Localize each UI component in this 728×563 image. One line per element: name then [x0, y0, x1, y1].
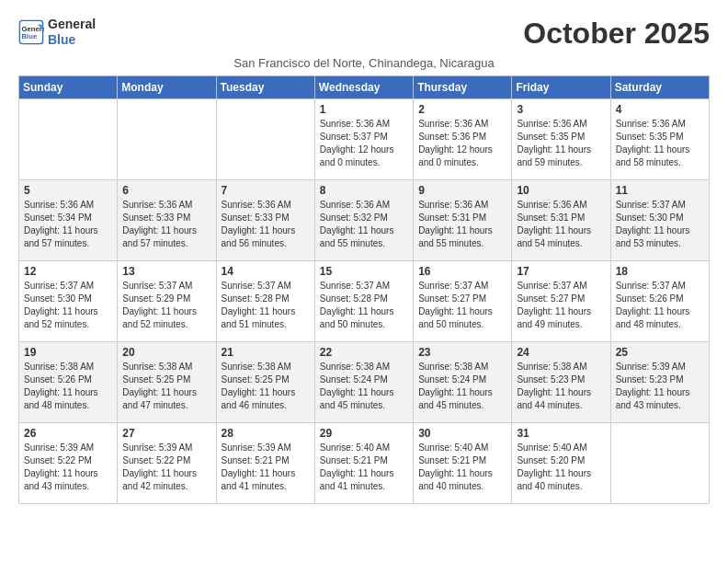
calendar-cell: 30Sunrise: 5:40 AMSunset: 5:21 PMDayligh… [414, 423, 512, 504]
calendar-cell: 28Sunrise: 5:39 AMSunset: 5:21 PMDayligh… [216, 423, 314, 504]
calendar-cell: 31Sunrise: 5:40 AMSunset: 5:20 PMDayligh… [512, 423, 610, 504]
day-number: 23 [418, 346, 506, 359]
day-number: 5 [24, 184, 112, 197]
day-number: 11 [616, 184, 704, 197]
calendar-week-4: 19Sunrise: 5:38 AMSunset: 5:26 PMDayligh… [19, 342, 710, 423]
calendar-cell: 2Sunrise: 5:36 AMSunset: 5:36 PMDaylight… [414, 99, 512, 180]
calendar-cell: 8Sunrise: 5:36 AMSunset: 5:32 PMDaylight… [314, 180, 413, 261]
calendar-cell: 23Sunrise: 5:38 AMSunset: 5:24 PMDayligh… [414, 342, 512, 423]
calendar-cell: 4Sunrise: 5:36 AMSunset: 5:35 PMDaylight… [610, 99, 709, 180]
logo-icon: General Blue [18, 19, 44, 45]
day-info: Sunrise: 5:37 AMSunset: 5:27 PMDaylight:… [517, 280, 605, 331]
calendar-cell: 9Sunrise: 5:36 AMSunset: 5:31 PMDaylight… [414, 180, 512, 261]
day-number: 14 [222, 265, 310, 278]
calendar-week-2: 5Sunrise: 5:36 AMSunset: 5:34 PMDaylight… [19, 180, 710, 261]
day-number: 15 [320, 265, 408, 278]
calendar-cell: 11Sunrise: 5:37 AMSunset: 5:30 PMDayligh… [610, 180, 709, 261]
day-info: Sunrise: 5:38 AMSunset: 5:23 PMDaylight:… [517, 361, 605, 412]
day-number: 31 [517, 427, 605, 440]
day-number: 2 [418, 103, 506, 116]
calendar-cell: 19Sunrise: 5:38 AMSunset: 5:26 PMDayligh… [19, 342, 118, 423]
day-number: 7 [222, 184, 310, 197]
day-number: 9 [418, 184, 506, 197]
day-info: Sunrise: 5:39 AMSunset: 5:21 PMDaylight:… [222, 442, 310, 493]
header-tuesday: Tuesday [216, 76, 314, 99]
day-number: 8 [320, 184, 408, 197]
calendar-cell [118, 99, 216, 180]
day-info: Sunrise: 5:40 AMSunset: 5:21 PMDaylight:… [320, 442, 408, 493]
day-number: 3 [517, 103, 605, 116]
day-number: 13 [122, 265, 210, 278]
calendar-cell: 16Sunrise: 5:37 AMSunset: 5:27 PMDayligh… [414, 261, 512, 342]
day-number: 1 [320, 103, 408, 116]
header-thursday: Thursday [414, 76, 512, 99]
day-info: Sunrise: 5:36 AMSunset: 5:33 PMDaylight:… [222, 199, 310, 250]
day-number: 10 [517, 184, 605, 197]
day-info: Sunrise: 5:37 AMSunset: 5:29 PMDaylight:… [122, 280, 210, 331]
calendar-cell: 26Sunrise: 5:39 AMSunset: 5:22 PMDayligh… [19, 423, 118, 504]
day-info: Sunrise: 5:37 AMSunset: 5:30 PMDaylight:… [24, 280, 112, 331]
day-number: 25 [616, 346, 704, 359]
day-info: Sunrise: 5:38 AMSunset: 5:25 PMDaylight:… [222, 361, 310, 412]
calendar-week-3: 12Sunrise: 5:37 AMSunset: 5:30 PMDayligh… [19, 261, 710, 342]
calendar-cell: 21Sunrise: 5:38 AMSunset: 5:25 PMDayligh… [216, 342, 314, 423]
calendar-cell: 7Sunrise: 5:36 AMSunset: 5:33 PMDaylight… [216, 180, 314, 261]
calendar-cell: 6Sunrise: 5:36 AMSunset: 5:33 PMDaylight… [118, 180, 216, 261]
day-number: 12 [24, 265, 112, 278]
calendar-cell: 20Sunrise: 5:38 AMSunset: 5:25 PMDayligh… [118, 342, 216, 423]
day-number: 17 [517, 265, 605, 278]
calendar-cell: 17Sunrise: 5:37 AMSunset: 5:27 PMDayligh… [512, 261, 610, 342]
day-info: Sunrise: 5:38 AMSunset: 5:26 PMDaylight:… [24, 361, 112, 412]
day-info: Sunrise: 5:36 AMSunset: 5:37 PMDaylight:… [320, 118, 408, 169]
header-sunday: Sunday [19, 76, 118, 99]
header-saturday: Saturday [610, 76, 709, 99]
day-number: 16 [418, 265, 506, 278]
calendar-cell: 3Sunrise: 5:36 AMSunset: 5:35 PMDaylight… [512, 99, 610, 180]
calendar-cell [216, 99, 314, 180]
header-monday: Monday [118, 76, 216, 99]
day-number: 26 [24, 427, 112, 440]
calendar-table: Sunday Monday Tuesday Wednesday Thursday… [18, 75, 710, 504]
day-info: Sunrise: 5:38 AMSunset: 5:24 PMDaylight:… [418, 361, 506, 412]
day-info: Sunrise: 5:39 AMSunset: 5:22 PMDaylight:… [122, 442, 210, 493]
calendar-cell: 10Sunrise: 5:36 AMSunset: 5:31 PMDayligh… [512, 180, 610, 261]
calendar-cell: 18Sunrise: 5:37 AMSunset: 5:26 PMDayligh… [610, 261, 709, 342]
day-info: Sunrise: 5:37 AMSunset: 5:27 PMDaylight:… [418, 280, 506, 331]
day-info: Sunrise: 5:36 AMSunset: 5:31 PMDaylight:… [517, 199, 605, 250]
calendar-cell: 25Sunrise: 5:39 AMSunset: 5:23 PMDayligh… [610, 342, 709, 423]
day-info: Sunrise: 5:36 AMSunset: 5:32 PMDaylight:… [320, 199, 408, 250]
day-info: Sunrise: 5:39 AMSunset: 5:22 PMDaylight:… [24, 442, 112, 493]
month-title: October 2025 [523, 17, 710, 51]
calendar-cell: 27Sunrise: 5:39 AMSunset: 5:22 PMDayligh… [118, 423, 216, 504]
day-number: 4 [616, 103, 704, 116]
calendar-cell: 14Sunrise: 5:37 AMSunset: 5:28 PMDayligh… [216, 261, 314, 342]
calendar-cell: 24Sunrise: 5:38 AMSunset: 5:23 PMDayligh… [512, 342, 610, 423]
logo: General Blue General Blue [18, 17, 96, 48]
day-info: Sunrise: 5:40 AMSunset: 5:21 PMDaylight:… [418, 442, 506, 493]
day-number: 19 [24, 346, 112, 359]
calendar-cell: 15Sunrise: 5:37 AMSunset: 5:28 PMDayligh… [314, 261, 413, 342]
day-number: 20 [122, 346, 210, 359]
day-info: Sunrise: 5:36 AMSunset: 5:33 PMDaylight:… [122, 199, 210, 250]
day-number: 6 [122, 184, 210, 197]
calendar-cell: 22Sunrise: 5:38 AMSunset: 5:24 PMDayligh… [314, 342, 413, 423]
calendar-cell: 13Sunrise: 5:37 AMSunset: 5:29 PMDayligh… [118, 261, 216, 342]
calendar-cell [19, 99, 118, 180]
header-row: Sunday Monday Tuesday Wednesday Thursday… [19, 76, 710, 99]
calendar-cell: 29Sunrise: 5:40 AMSunset: 5:21 PMDayligh… [314, 423, 413, 504]
day-info: Sunrise: 5:36 AMSunset: 5:35 PMDaylight:… [517, 118, 605, 169]
day-number: 27 [122, 427, 210, 440]
day-info: Sunrise: 5:36 AMSunset: 5:35 PMDaylight:… [616, 118, 704, 169]
day-number: 30 [418, 427, 506, 440]
day-number: 24 [517, 346, 605, 359]
logo-text: General Blue [48, 17, 96, 48]
calendar-cell: 12Sunrise: 5:37 AMSunset: 5:30 PMDayligh… [19, 261, 118, 342]
day-info: Sunrise: 5:36 AMSunset: 5:34 PMDaylight:… [24, 199, 112, 250]
day-info: Sunrise: 5:38 AMSunset: 5:24 PMDaylight:… [320, 361, 408, 412]
title-block: October 2025 [523, 17, 710, 51]
day-info: Sunrise: 5:38 AMSunset: 5:25 PMDaylight:… [122, 361, 210, 412]
location: San Francisco del Norte, Chinandega, Nic… [18, 56, 710, 70]
day-number: 29 [320, 427, 408, 440]
header: General Blue General Blue October 2025 [18, 17, 710, 51]
header-friday: Friday [512, 76, 610, 99]
